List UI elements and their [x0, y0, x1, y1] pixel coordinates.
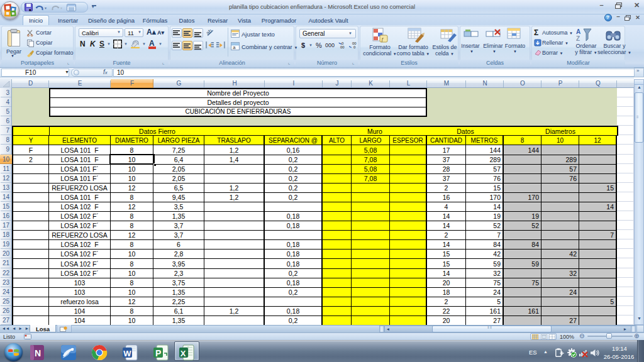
- svg-text:N: N: [35, 348, 41, 358]
- svg-text:Z: Z: [576, 35, 580, 42]
- svg-text:P: P: [155, 348, 161, 358]
- svg-text:X: X: [180, 349, 186, 358]
- svg-text:ab: ab: [206, 28, 213, 36]
- svg-text:00: 00: [340, 45, 345, 49]
- svg-text:W: W: [123, 349, 131, 358]
- svg-text:A: A: [576, 28, 580, 35]
- svg-text:ƒ: ƒ: [381, 36, 384, 42]
